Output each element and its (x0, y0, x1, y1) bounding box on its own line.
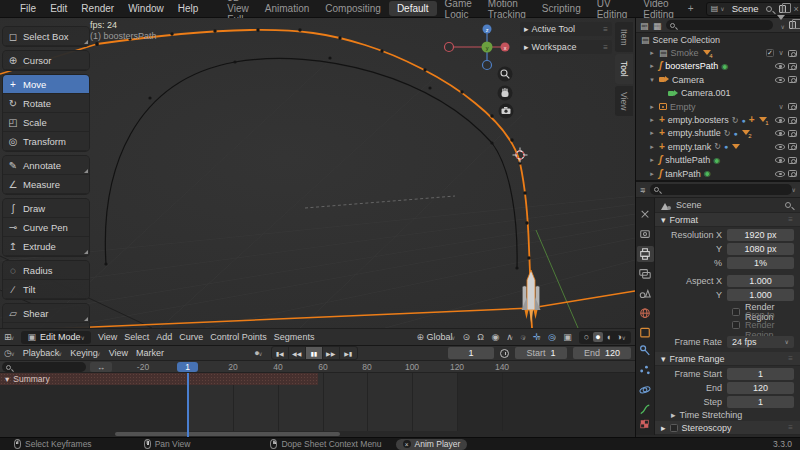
menu-edit[interactable]: Edit (43, 3, 74, 14)
tool-curve-pen[interactable]: ⊸Curve Pen (3, 218, 89, 237)
tab-particles[interactable] (640, 366, 649, 375)
viewport-nav-buttons[interactable] (498, 67, 514, 119)
menu-add[interactable]: Add (156, 332, 172, 342)
gizmos-dropdown[interactable]: ✛∨ (533, 332, 541, 342)
tab-scene[interactable] (640, 290, 650, 297)
outliner-row-empty-boosters[interactable]: ▸ + empty.boosters ↻ ● + 1 (636, 113, 800, 126)
stereoscopy-checkbox[interactable] (670, 424, 678, 432)
aspect-y-field[interactable]: 1.000 (727, 289, 794, 301)
zoom-button[interactable] (498, 67, 513, 82)
tab-texture[interactable] (641, 420, 649, 428)
hide-viewport-icon[interactable] (775, 63, 785, 69)
panel-workspace[interactable]: ▸Workspace≡ (520, 40, 612, 54)
tool-radius[interactable]: ◌Radius (3, 261, 89, 280)
tool-transform[interactable]: ◎Transform (3, 132, 89, 151)
editor-type-button[interactable]: ▤∨ (640, 20, 649, 31)
hide-viewport-icon[interactable] (775, 117, 785, 123)
outliner-row-empty-shuttle[interactable]: ▸ + empty.shuttle ↻ ● 2 (636, 127, 800, 140)
sidebar-tab-view[interactable]: View (615, 86, 633, 116)
menu-view[interactable]: View (98, 332, 117, 342)
snap-dropdown[interactable]: Ω∨ (477, 332, 484, 342)
panel-options-icon[interactable]: ≡ (788, 423, 794, 432)
panel-active-tool[interactable]: ▸Active Tool≡ (520, 22, 612, 36)
frame-rate-dropdown[interactable]: 24 fps∨ (727, 336, 794, 348)
menu-marker[interactable]: Marker (136, 348, 164, 358)
render-visibility-icon[interactable] (788, 170, 797, 177)
viewport-canvas[interactable]: x z y (0, 18, 635, 328)
render-visibility-icon[interactable] (788, 50, 797, 57)
dopesheet-area[interactable]: -20 20 40 60 80 100 120 140 ↔ 1 ▾Summary (0, 361, 635, 437)
hide-viewport-icon[interactable] (775, 77, 785, 83)
outliner-row-camera[interactable]: ▾ Camera (636, 73, 800, 86)
aspect-x-field[interactable]: 1.000 (727, 275, 794, 287)
tab-object-data[interactable] (641, 405, 650, 414)
tab-world[interactable] (641, 309, 650, 318)
tab-physics[interactable] (639, 386, 650, 394)
visibility-dropdown[interactable]: ◌∨ (520, 332, 526, 342)
tool-measure[interactable]: ∠Measure (3, 175, 89, 194)
render-visibility-icon[interactable] (788, 143, 797, 150)
render-visibility-icon[interactable] (788, 103, 797, 110)
checkbox-icon[interactable] (766, 49, 774, 57)
menu-control-points[interactable]: Control Points (210, 332, 267, 342)
tool-extrude[interactable]: ↥Extrude (3, 237, 89, 256)
menu-select[interactable]: Select (124, 332, 149, 342)
stop-icon[interactable]: × (403, 440, 411, 448)
tool-annotate[interactable]: ✎Annotate (3, 156, 89, 175)
frame-end-field[interactable]: 120 (727, 382, 794, 394)
auto-keyframe-icon[interactable] (500, 349, 509, 358)
pause-button[interactable]: ▮▮ (306, 347, 323, 359)
render-visibility-icon[interactable] (788, 130, 797, 137)
gizmo-x-neg[interactable] (445, 43, 454, 52)
resolution-percent-field[interactable]: 1% (727, 257, 794, 269)
panel-frame-range[interactable]: ▾ Frame Range ≡ (655, 352, 800, 366)
menu-keying[interactable]: Keying ∨ (70, 348, 100, 358)
display-mode-dropdown[interactable]: ▦∨ (653, 20, 662, 31)
tool-rotate[interactable]: ↻Rotate (3, 94, 89, 113)
disclosure-open-icon[interactable]: ▾ (5, 374, 9, 384)
panel-options-icon[interactable]: ≡ (603, 25, 608, 34)
pin-icon[interactable] (766, 6, 772, 12)
expand-channels-button[interactable]: ↔ (90, 362, 112, 372)
tool-move[interactable]: +Move (3, 75, 89, 94)
playhead-line[interactable] (187, 373, 189, 437)
timeline-editor[interactable]: ◷ ∨ Playback ∨ Keying ∨ View Marker ● ∨ … (0, 345, 635, 437)
tool-select-box[interactable]: ◻Select Box (3, 27, 89, 46)
frame-end-field[interactable]: End120 (573, 347, 631, 359)
breadcrumb-scene[interactable]: Scene (676, 200, 702, 210)
falloff-dropdown[interactable]: ∧∨ (506, 332, 513, 342)
tab-object[interactable] (641, 328, 650, 337)
anim-player-badge[interactable]: ×Anim Player (396, 439, 468, 450)
timeline-scrollbar[interactable] (115, 432, 340, 436)
workspace-tab-default[interactable]: Default (389, 1, 437, 16)
proportional-edit-icon[interactable]: ◉ (491, 332, 499, 342)
menu-window[interactable]: Window (121, 3, 171, 14)
outliner-row-scene-collection[interactable]: ▤ Scene Collection (636, 33, 800, 46)
menu-render[interactable]: Render (74, 3, 121, 14)
panel-format[interactable]: ▾ Format ≡ (655, 213, 800, 227)
sidebar-tab-tool[interactable]: Tool (615, 54, 633, 84)
editor-type-button[interactable]: ◷ ∨ (4, 348, 15, 358)
jump-to-start-button[interactable]: ▮◀ (272, 347, 289, 359)
hide-viewport-icon[interactable] (775, 130, 785, 136)
jump-to-end-button[interactable]: ▶▮ (340, 347, 357, 359)
crop-region-checkbox[interactable] (732, 321, 740, 329)
outliner-row-tankpath[interactable]: ▸ ʃ tankPath ◉ (636, 167, 800, 180)
editor-type-button[interactable]: ⊞ ∨ (4, 332, 14, 342)
render-region-checkbox[interactable] (732, 308, 740, 316)
render-visibility-icon[interactable] (788, 157, 797, 164)
menu-help[interactable]: Help (171, 3, 206, 14)
tool-tilt[interactable]: ∕Tilt (3, 280, 89, 299)
pivot-dropdown[interactable]: ⊙∨ (462, 332, 470, 342)
scene-browse-icon[interactable]: ▤ (709, 4, 721, 13)
new-collection-icon[interactable] (789, 21, 796, 29)
scene-name[interactable]: Scene (728, 3, 763, 14)
close-icon[interactable]: × (790, 4, 800, 14)
outliner-row-empty-tank[interactable]: ▸ + empty.tank ↻ ● (636, 140, 800, 153)
editor-type-button[interactable]: ≡∨ (640, 184, 646, 195)
outliner-row-shuttlepath[interactable]: ▸ ʃ shuttlePath ◉ (636, 154, 800, 167)
outliner-row-camera-data[interactable]: Camera.001 (636, 87, 800, 100)
render-visibility-icon[interactable] (788, 63, 797, 70)
workspace-tab-animation[interactable]: Animation (257, 1, 317, 16)
hide-viewport-icon[interactable] (775, 157, 785, 163)
